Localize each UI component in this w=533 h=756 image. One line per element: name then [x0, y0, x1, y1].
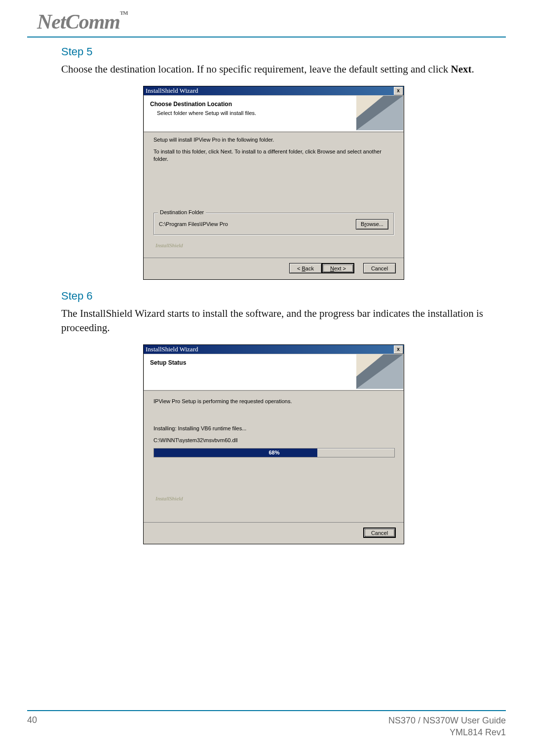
cancel-button[interactable]: Cancel	[363, 528, 396, 538]
progress-bar: 68%	[153, 448, 395, 457]
progress-percent: 68%	[154, 449, 394, 457]
wizard-header-panel: Setup Status	[144, 354, 403, 390]
installshield-label: InstallShield	[153, 242, 183, 249]
titlebar-text: InstallShield Wizard	[146, 87, 198, 95]
body-line-2: To install to this folder, click Next. T…	[153, 148, 394, 163]
close-button[interactable]: x	[394, 87, 403, 95]
page-content: Step 5 Choose the destination location. …	[0, 38, 533, 544]
page-footer: 40 NS370 / NS370W User Guide YML814 Rev1	[27, 710, 506, 738]
step6-heading: Step 6	[61, 290, 486, 302]
installing-file: C:\WINNT\system32\msvbvm60.dll	[153, 437, 394, 444]
back-button[interactable]: < Back	[289, 263, 322, 273]
footer-right: NS370 / NS370W User Guide YML814 Rev1	[388, 715, 506, 738]
installshield-label: InstallShield	[153, 495, 183, 502]
close-button[interactable]: x	[394, 345, 403, 353]
group-box-title: Destination Folder	[158, 209, 206, 215]
page-header: NetCommTM	[0, 0, 533, 34]
install-wizard-dialog-destination: InstallShield Wizard x Choose Destinatio…	[143, 86, 404, 280]
brand-logo: NetCommTM	[37, 10, 128, 33]
wizard-body: Setup will install IPView Pro in the fol…	[144, 132, 404, 258]
trademark-symbol: TM	[120, 10, 128, 16]
wizard-button-row: Cancel	[144, 522, 404, 544]
page-curl-graphic	[356, 96, 403, 130]
revision: YML814 Rev1	[388, 727, 506, 738]
status-line: IPView Pro Setup is performing the reque…	[153, 398, 394, 405]
step6-text: The InstallShield Wizard starts to insta…	[61, 306, 486, 335]
titlebar[interactable]: InstallShield Wizard x	[144, 345, 404, 354]
page-number: 40	[27, 715, 37, 738]
destination-path: C:\Program Files\IPView Pro	[159, 221, 228, 227]
titlebar[interactable]: InstallShield Wizard x	[144, 86, 404, 95]
wizard-button-row: < Back Next > Cancel	[144, 258, 404, 279]
installing-line: Installing: Installing VB6 runtime files…	[153, 425, 394, 432]
install-wizard-dialog-status: InstallShield Wizard x Setup Status IPVi…	[143, 344, 404, 544]
step5-text: Choose the destination location. If no s…	[61, 62, 486, 76]
titlebar-text: InstallShield Wizard	[146, 345, 198, 353]
step5-heading: Step 5	[61, 45, 486, 58]
guide-title: NS370 / NS370W User Guide	[388, 715, 506, 726]
destination-folder-group: Destination Folder C:\Program Files\IPVi…	[153, 213, 394, 235]
body-line-1: Setup will install IPView Pro in the fol…	[153, 136, 394, 144]
wizard-header-panel: Choose Destination Location Select folde…	[144, 96, 403, 131]
cancel-button[interactable]: Cancel	[363, 263, 396, 273]
wizard-body: IPView Pro Setup is performing the reque…	[144, 390, 404, 522]
next-button[interactable]: Next >	[322, 263, 354, 273]
page-curl-graphic	[356, 354, 403, 389]
browse-button[interactable]: Browse...	[356, 219, 388, 229]
